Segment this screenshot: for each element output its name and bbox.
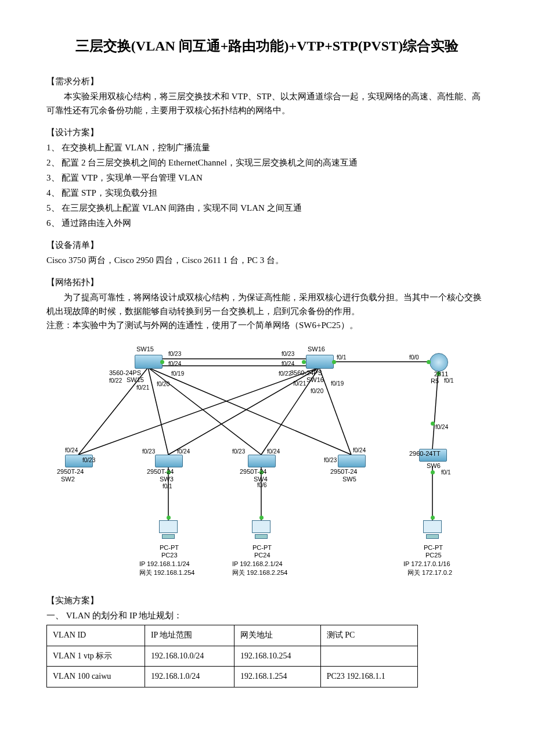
table-header: IP 地址范围 bbox=[145, 625, 234, 646]
plan-label: 【设计方案】 bbox=[46, 125, 488, 139]
req-body: 本实验采用双核心结构，将三层交换技术和 VTP、STP、以太网通道综合一起，实现… bbox=[46, 89, 488, 117]
sw15-top-label: SW15 bbox=[136, 344, 154, 355]
plan-item: 4、 配置 STP，实现负载分担 bbox=[46, 186, 488, 200]
page-title: 三层交换(VLAN 间互通+路由功能)+VTP+STP(PVST)综合实验 bbox=[46, 35, 488, 57]
port-label: f0/24 bbox=[282, 359, 294, 369]
table-cell: PC23 192.168.1.1 bbox=[320, 667, 417, 687]
switch-sw15-icon bbox=[135, 355, 163, 369]
table-header: 网关地址 bbox=[234, 625, 320, 646]
pc25-icon bbox=[423, 520, 442, 541]
port-label: f0/19 bbox=[331, 379, 344, 388]
dev-label: 【设备清单】 bbox=[46, 238, 488, 252]
port-label: f0/23 bbox=[82, 456, 95, 465]
r5-name-label: R5 bbox=[431, 376, 439, 387]
port-label: f0/23 bbox=[282, 350, 294, 359]
port-label: f0/21 bbox=[293, 379, 306, 388]
impl-sub: 一、 VLAN 的划分和 IP 地址规划： bbox=[46, 609, 488, 622]
port-label: f0/20 bbox=[311, 387, 323, 396]
topo-body1: 为了提高可靠性，将网络设计成双核心结构，为保证高性能，采用双核心进行负载分担。当… bbox=[46, 290, 488, 318]
port-label: f0/24 bbox=[267, 447, 280, 456]
plan-item: 1、 在交换机上配置 VLAN，控制广播流量 bbox=[46, 141, 488, 154]
port-label: f0/0 bbox=[409, 353, 419, 362]
pc24-icon bbox=[251, 520, 271, 541]
port-label: f0/6 bbox=[257, 481, 267, 490]
table-cell: 192.168.10.254 bbox=[234, 646, 320, 666]
network-topology-diagram: SW15 3560-24PS SW15 SW16 3560-24PS SW16 … bbox=[46, 336, 470, 585]
table-cell: 192.168.1.0/24 bbox=[145, 667, 234, 687]
table-cell: VLAN 100 caiwu bbox=[47, 667, 145, 687]
port-label: f0/22 bbox=[109, 376, 122, 386]
switch-sw4-icon bbox=[248, 455, 276, 467]
port-label: f0/21 bbox=[136, 383, 149, 393]
plan-item: 6、 通过路由连入外网 bbox=[46, 216, 488, 230]
sw16-top-label: SW16 bbox=[308, 344, 325, 355]
pc23-gw-label: 网关 192.168.1.254 bbox=[139, 568, 194, 578]
port-label: f0/22 bbox=[279, 369, 291, 379]
table-cell: VLAN 1 vtp 标示 bbox=[47, 646, 145, 666]
plan-item: 5、 在三层交换机上配置 VLAN 间路由，实现不同 VLAN 之间互通 bbox=[46, 201, 488, 215]
table-row: VLAN ID IP 地址范围 网关地址 测试 PC bbox=[47, 625, 418, 646]
port-label: f0/1 bbox=[441, 468, 451, 477]
port-label: f0/24 bbox=[65, 446, 78, 455]
port-label: f0/19 bbox=[171, 369, 184, 379]
topo-label: 【网络拓扑】 bbox=[46, 275, 488, 289]
sw6-model-label: 2960-24TT bbox=[409, 449, 441, 459]
plan-list: 1、 在交换机上配置 VLAN，控制广播流量 2、 配置 2 台三层交换机之间的… bbox=[46, 141, 488, 230]
sw5-name-label: SW5 bbox=[342, 474, 356, 485]
port-label: f0/1 bbox=[337, 353, 347, 362]
port-label: f0/24 bbox=[435, 423, 448, 432]
impl-label: 【实施方案】 bbox=[46, 593, 488, 607]
port-label: f0/1 bbox=[444, 376, 454, 386]
pc25-gw-label: 网关 172.17.0.2 bbox=[407, 568, 452, 578]
port-label: f0/24 bbox=[353, 446, 366, 455]
plan-item: 2、 配置 2 台三层交换机之间的 EthernetChannel，实现三层交换… bbox=[46, 156, 488, 170]
sw16-sub-label: SW16 bbox=[306, 375, 324, 386]
vlan-table: VLAN ID IP 地址范围 网关地址 测试 PC VLAN 1 vtp 标示… bbox=[46, 625, 418, 687]
port-label: f0/1 bbox=[163, 482, 172, 491]
switch-sw3-icon bbox=[155, 455, 183, 467]
plan-item: 3、 配置 VTP，实现单一平台管理 VLAN bbox=[46, 171, 488, 185]
port-label: f0/23 bbox=[232, 447, 245, 456]
topo-body2: 注意：本实验中为了测试与外网的连通性，使用了一个简单网络（SW6+PC25）。 bbox=[46, 318, 488, 332]
port-label: f0/23 bbox=[324, 456, 337, 465]
table-row: VLAN 100 caiwu 192.168.1.0/24 192.168.1.… bbox=[47, 667, 418, 687]
sw6-name-label: SW6 bbox=[427, 461, 441, 471]
table-cell: 192.168.10.0/24 bbox=[145, 646, 234, 666]
port-label: f0/24 bbox=[168, 359, 181, 369]
table-header: 测试 PC bbox=[320, 625, 417, 646]
table-row: VLAN 1 vtp 标示 192.168.10.0/24 192.168.10… bbox=[47, 646, 418, 666]
port-label: f0/23 bbox=[168, 350, 181, 359]
switch-sw16-icon bbox=[306, 355, 334, 369]
dev-body: Cisco 3750 两台，Cisco 2950 四台，Cisco 2611 1… bbox=[46, 253, 488, 267]
pc23-icon bbox=[158, 520, 178, 541]
switch-sw5-icon bbox=[338, 455, 366, 467]
sw2-name-label: SW2 bbox=[61, 474, 75, 485]
port-label: f0/20 bbox=[157, 380, 169, 389]
req-label: 【需求分析】 bbox=[46, 74, 488, 88]
table-cell: 192.168.1.254 bbox=[234, 667, 320, 687]
table-cell bbox=[320, 646, 417, 666]
port-label: f0/23 bbox=[142, 447, 155, 456]
pc24-gw-label: 网关 192.168.2.254 bbox=[232, 568, 287, 578]
table-header: VLAN ID bbox=[47, 625, 145, 646]
port-label: f0/24 bbox=[177, 447, 190, 456]
